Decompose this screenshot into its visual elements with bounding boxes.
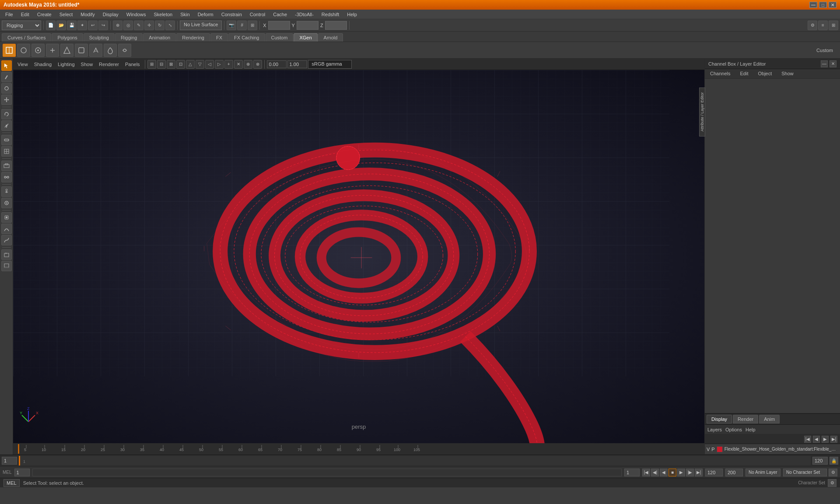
tab-display[interactable]: Display [707,415,732,424]
vp-icon-12[interactable]: ⊗ [253,60,262,69]
vp-icon-10[interactable]: ✕ [234,60,243,69]
redo-button[interactable]: ↪ [98,21,108,30]
menu-file[interactable]: File [2,11,17,18]
play-back-btn[interactable]: ◀ [660,469,668,476]
menu-create[interactable]: Create [34,11,55,18]
wire-lt[interactable] [1,235,12,245]
tab-fx-caching[interactable]: FX Caching [228,33,265,42]
stop-btn[interactable]: ■ [668,469,676,476]
rotate-tool-lt[interactable] [1,109,12,119]
constraint-lt[interactable] [1,172,12,182]
timeline-lock-btn[interactable]: 🔒 [830,457,838,465]
lasso-button[interactable]: ◎ [123,21,133,30]
play-prev-frame-btn[interactable]: ◀| [651,469,659,476]
move-button[interactable]: ✛ [144,21,154,30]
skeleton-lt[interactable] [1,186,12,197]
panel-close[interactable]: ✕ [830,60,836,67]
menu-cache[interactable]: Cache [270,11,290,18]
char-set-options-btn[interactable]: ⚙ [829,469,837,476]
menu-windows[interactable]: Windows [123,11,150,18]
command-line[interactable] [32,469,622,476]
shelf-btn-3[interactable] [32,44,45,57]
layers-nav-first[interactable]: |◀ [804,436,811,443]
menu-skeleton[interactable]: Skeleton [150,11,176,18]
menu-edit[interactable]: Edit [18,11,33,18]
menu-constrain[interactable]: Constrain [218,11,245,18]
vp-icon-7[interactable]: ◁ [205,60,214,69]
tool-group-lt[interactable] [1,161,12,171]
tab-xgen[interactable]: XGen [294,33,317,42]
tab-custom[interactable]: Custom [266,33,294,42]
mel-label[interactable]: MEL [4,479,20,487]
icon-right-2[interactable]: ≡ [818,21,828,30]
icon-right-3[interactable]: ⊞ [829,21,838,30]
options-tab[interactable]: Options [725,427,742,432]
layers-nav-prev[interactable]: ◀ [813,436,820,443]
render2-lt[interactable] [1,261,12,271]
vp-icon-3[interactable]: ⊠ [167,60,175,69]
timeline-start-field[interactable] [2,457,17,465]
menu-skin[interactable]: Skin [177,11,193,18]
tab-object[interactable]: Object [754,70,775,78]
tab-edit[interactable]: Edit [736,70,752,78]
layers-nav-next[interactable]: ▶ [822,436,829,443]
anim-layer-display[interactable]: No Anim Layer [746,469,780,476]
scale-tool-lt[interactable] [1,120,12,131]
close-button[interactable]: ✕ [829,2,836,8]
no-live-surface-display[interactable]: No Live Surface [180,21,222,30]
vp-icon-8[interactable]: ▷ [215,60,224,69]
icon-right-1[interactable]: ⚙ [808,21,817,30]
play-start-btn[interactable]: |◀ [642,469,650,476]
current-frame-field[interactable] [14,469,30,476]
shelf-btn-6[interactable] [75,44,88,57]
maximize-button[interactable]: □ [819,2,827,8]
save-as-button[interactable]: ✦ [77,21,87,30]
shelf-btn-5[interactable] [60,44,74,57]
select-tool-button[interactable]: ⊕ [113,21,122,30]
shelf-btn-1[interactable] [3,44,16,57]
vp-icon-2[interactable]: ⊟ [157,60,166,69]
menu-redshift[interactable]: Redshift [318,11,343,18]
menu-help[interactable]: Help [343,11,360,18]
shelf-btn-4[interactable] [46,44,59,57]
layer-color-swatch[interactable] [717,446,723,452]
play-end-btn[interactable]: ▶| [695,469,703,476]
shelf-btn-8[interactable] [104,44,117,57]
menu-select[interactable]: Select [56,11,77,18]
vp-view-menu[interactable]: View [15,61,31,68]
vp-value1[interactable] [267,60,287,68]
z-field[interactable] [325,21,347,30]
x-field[interactable] [268,21,290,30]
vp-icon-4[interactable]: ⊡ [176,60,185,69]
timeline-ruler-svg[interactable]: 5 10 15 20 25 30 35 40 45 50 55 60 [18,444,700,454]
layers-tab[interactable]: Layers [707,427,722,432]
viewport-canvas[interactable]: .hose-path { fill: none; stroke: #cc1a2a… [13,70,704,443]
vp-renderer-menu[interactable]: Renderer [96,61,122,68]
snap-btn[interactable]: ⊞ [248,21,257,30]
soft-mod-lt[interactable] [1,135,12,145]
tab-show[interactable]: Show [778,70,797,78]
paint-button[interactable]: ✎ [134,21,144,30]
vp-icon-9[interactable]: + [224,60,233,69]
scale-button[interactable]: ⤡ [165,21,175,30]
move-tool-lt[interactable] [1,94,12,105]
new-file-button[interactable]: 📄 [46,21,56,30]
play-next-frame-btn[interactable]: |▶ [686,469,694,476]
tab-animation[interactable]: Animation [143,33,176,42]
char-set-btn-bottom[interactable]: ⚙ [828,479,836,487]
vp-icon-6[interactable]: ▽ [196,60,204,69]
tab-rendering[interactable]: Rendering [176,33,210,42]
open-file-button[interactable]: 📂 [56,21,66,30]
menu-control[interactable]: Control [246,11,269,18]
timeline-end-field[interactable] [812,457,828,465]
frame-range-end[interactable] [705,469,723,476]
minimize-button[interactable]: — [809,2,817,8]
paint-tool-lt[interactable] [1,72,12,82]
camera-btn[interactable]: 📷 [227,21,236,30]
timeline-frame-bar[interactable]: 1 [19,456,811,466]
menu-3dtool[interactable]: -3DtoAll- [291,11,317,18]
y-field[interactable] [297,21,318,30]
save-file-button[interactable]: 💾 [67,21,77,30]
tab-sculpting[interactable]: Sculpting [84,33,115,42]
mode-dropdown[interactable]: Rigging [2,21,41,30]
